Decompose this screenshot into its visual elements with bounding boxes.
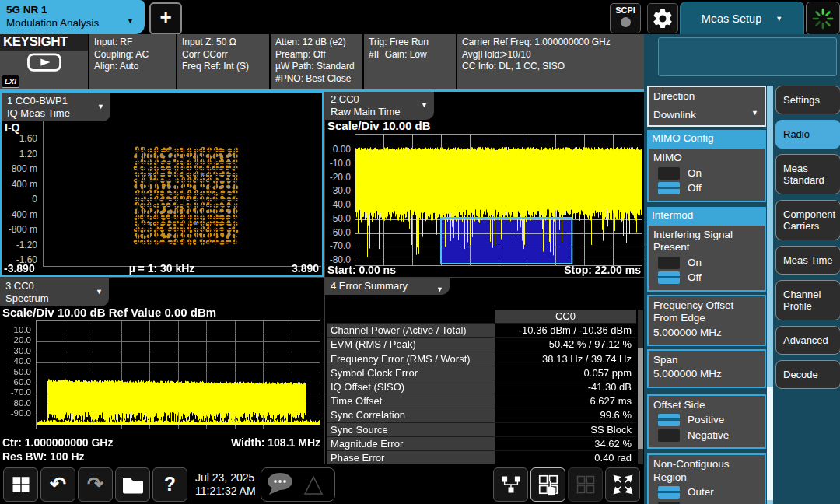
submenu-decode[interactable]: Decode <box>775 360 840 389</box>
chevron-down-icon: ▼ <box>97 101 104 114</box>
scale-per-div-label: Scale/Div 10.00 dB <box>327 119 431 132</box>
chevron-down-icon: ▼ <box>751 107 758 120</box>
table-row: Frequency Error (RMS / Worst)38.13 Hz / … <box>327 352 636 366</box>
spinner-icon <box>810 6 835 31</box>
window2-title-line2: Raw Main Time <box>331 106 417 118</box>
tick-label: -10.0 <box>325 157 351 171</box>
submenu-advanced[interactable]: Advanced <box>775 326 840 355</box>
toggle-option-negative[interactable]: Negative <box>658 429 760 443</box>
tick-label: -800 m <box>2 222 37 238</box>
table-row: Sync SourceSS Block <box>327 423 636 437</box>
toggle-option-off[interactable]: Off <box>658 182 760 195</box>
bottom-toolbar: ↶ ↷ ? Jul 23, 2025 11:21:32 AM <box>0 464 642 504</box>
raw-main-time-plot[interactable] <box>355 134 642 266</box>
windows-start-button[interactable] <box>3 467 38 502</box>
block-diagram-button[interactable] <box>493 467 528 502</box>
row-label: Sync Correlation <box>327 408 495 422</box>
mimo-toggle-block: MIMO OnOff <box>647 147 766 202</box>
freq-offset-label-2: From Edge <box>653 312 760 325</box>
non-contiguous-block: Non-Contiguous Region OuterInner <box>647 453 766 504</box>
table-scrollbar[interactable] <box>638 310 643 464</box>
grid-icon <box>575 474 597 495</box>
direction-dropdown[interactable]: Direction Downlink ▼ <box>647 86 766 127</box>
tick-label: 0 <box>2 192 37 208</box>
submenu-meas-time[interactable]: Meas Time <box>775 246 840 275</box>
row-label: Channel Power (Active / Total) <box>327 324 495 338</box>
toggle-option-positive[interactable]: Positive <box>658 414 760 427</box>
iq-constellation-plot[interactable] <box>43 120 321 267</box>
window2-title-dropdown[interactable]: 2 CC0 Raw Main Time ▼ <box>325 92 434 120</box>
window1-title-dropdown[interactable]: 1 CC0-BWP1 IQ Meas Time ▼ <box>2 93 110 121</box>
mode-tab[interactable]: 5G NR 1 Modulation Analysis ▼ <box>0 0 145 34</box>
window4-title: 4 Error Summary <box>331 280 432 292</box>
x-axis-labels: -3.890 µ = 1: 30 kHz 3.890 <box>2 262 322 275</box>
span-button[interactable]: Span 5.000000 MHz <box>647 349 766 388</box>
tick-label: -70.0 <box>0 387 31 397</box>
busy-indicator <box>806 2 840 35</box>
window3-title-dropdown[interactable]: 3 CC0 Spectrum ▼ <box>0 278 109 306</box>
add-tab-button[interactable]: + <box>149 2 182 35</box>
tick-label: -20.0 <box>325 171 351 185</box>
undo-button[interactable]: ↶ <box>40 467 75 502</box>
toggle-option-inner[interactable]: Inner <box>658 502 760 504</box>
submenu-settings[interactable]: Settings <box>775 86 840 114</box>
fullscreen-button[interactable] <box>605 467 640 502</box>
table-row: IQ Offset (SISO)-41.30 dB <box>327 380 636 394</box>
date-label: Jul 23, 2025 <box>195 471 256 485</box>
x-axis-labels: Start: 0.00 ns Stop: 22.00 ms <box>325 264 644 276</box>
tick-label: -10.0 <box>0 325 31 335</box>
y-tick-labels: -10.0-20.0-30.0-40.0-50.0-60.0-70.0-80.0… <box>0 325 31 419</box>
table-scrollbar-thumb[interactable] <box>638 348 643 449</box>
interfering-signal-block: Interfering Signal Present OnOff <box>647 224 766 292</box>
submenu-channel-profile[interactable]: Channel Profile <box>775 280 840 320</box>
row-value: 6.627 ms <box>495 394 636 408</box>
tick-label: -40.0 <box>325 198 351 212</box>
freq-offset-value: 5.000000 MHz <box>653 327 760 340</box>
tick-label: -60.0 <box>0 377 31 387</box>
center-freq-label: Ctr: 1.000000000 GHz <box>2 436 113 449</box>
toggle-option-off[interactable]: Off <box>658 271 760 285</box>
intermod-header: Intermod <box>647 207 766 224</box>
submenu-meas-standard[interactable]: Meas Standard <box>775 154 840 194</box>
scpi-button[interactable]: SCPI <box>610 3 641 33</box>
frequency-offset-button[interactable]: Frequency Offset From Edge 5.000000 MHz <box>647 295 766 346</box>
panel-scrollbar[interactable] <box>767 86 773 504</box>
redo-button[interactable]: ↷ <box>78 467 113 502</box>
datetime-display[interactable]: Jul 23, 2025 11:21:32 AM <box>195 471 256 498</box>
span-value: 5.000000 MHz <box>653 368 760 381</box>
window-layout-select-button[interactable] <box>530 467 565 502</box>
meas-setup-tab[interactable]: Meas Setup ▼ <box>680 2 804 35</box>
row-value: CC0 <box>495 310 636 324</box>
toggle-indicator <box>658 182 680 194</box>
tick-label: -60.0 <box>325 226 351 240</box>
grid-layout-button[interactable] <box>568 467 603 502</box>
submenu-radio[interactable]: Radio <box>775 120 840 149</box>
mimo-label: MIMO <box>653 152 760 165</box>
toggle-option-on[interactable]: On <box>658 167 760 180</box>
window4-title-dropdown[interactable]: 4 Error Summary ▼ <box>325 278 450 295</box>
panel-scrollbar-thumb[interactable] <box>767 387 773 499</box>
tick-label: -30.0 <box>325 184 351 198</box>
tick-label: -1.20 <box>2 238 37 254</box>
panel-info-box <box>658 37 837 76</box>
spectrum-plot[interactable] <box>36 320 320 429</box>
gear-icon <box>651 7 674 30</box>
table-row: Channel Power (Active / Total)-10.36 dBm… <box>327 324 636 338</box>
toggle-option-label: On <box>688 167 702 180</box>
system-settings-button[interactable] <box>647 3 678 33</box>
annotation-tools[interactable] <box>261 467 335 502</box>
toggle-option-on[interactable]: On <box>658 257 760 270</box>
window-raw-main-time: Scale/Div 10.00 dB 0.00-10.0-20.0-30.0-4… <box>325 92 644 277</box>
help-button[interactable]: ? <box>152 467 187 502</box>
toggle-option-label: Inner <box>688 502 712 504</box>
interfering-toggle: OnOff <box>653 257 760 285</box>
row-label: Sync Source <box>327 423 495 437</box>
time-label: 11:21:32 AM <box>195 485 256 498</box>
toggle-option-outer[interactable]: Outer <box>658 486 760 499</box>
file-button[interactable] <box>115 467 150 502</box>
direction-value: Downlink <box>653 109 760 122</box>
submenu-component-carriers[interactable]: Component Carriers <box>775 200 840 240</box>
top-bar: 5G NR 1 Modulation Analysis ▼ + SCPI Mea… <box>0 0 840 34</box>
res-bw-label: Res BW: 100 Hz <box>2 450 85 463</box>
instrument-screen: 5G NR 1 Modulation Analysis ▼ + SCPI Mea… <box>0 0 840 504</box>
